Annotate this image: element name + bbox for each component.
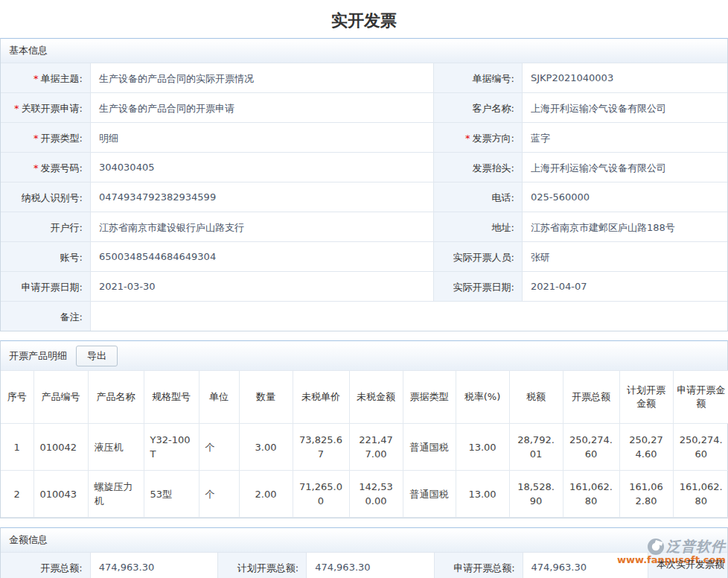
column-header: 开票总额: [563, 371, 619, 424]
field-value: 304030405: [90, 153, 433, 182]
field-label: 本次实开发票额: [648, 553, 727, 578]
column-header: 计划开票金额: [619, 371, 673, 424]
column-header: 规格型号: [144, 371, 199, 424]
table-header-row: 序号产品编号产品名称规格型号单位数量未税单价未税金额票据类型税率(%)税额开票总…: [1, 371, 728, 424]
field-value: 上海开利运输冷气设备有限公司: [522, 93, 727, 122]
field-value: [90, 302, 727, 331]
field-label: *单据主题:: [1, 63, 90, 92]
table-cell: 普通国税: [403, 424, 456, 471]
field-label-text: 开票类型:: [41, 133, 83, 144]
table-cell: 010042: [33, 424, 88, 471]
field-label: *发票号码:: [1, 153, 90, 182]
section-title: 开票产品明细: [9, 349, 67, 363]
basic-info-section-header: 基本信息: [1, 39, 727, 63]
field-label-text: 单据编号:: [473, 73, 514, 84]
field-value: 明细: [90, 123, 433, 152]
table-cell: 螺旋压力机: [88, 471, 144, 518]
field-value: 生产设备的产品合同的实际开票情况: [90, 63, 433, 92]
field-value: 025-560000: [522, 182, 727, 212]
table-cell: 73,825.67: [293, 424, 349, 471]
amount-info-section-header: 金额信息: [1, 528, 727, 552]
field-label: *关联开票申请:: [1, 93, 90, 122]
export-button[interactable]: 导出: [76, 346, 118, 366]
table-cell: 液压机: [88, 424, 144, 471]
field-label: 单据编号:: [433, 63, 522, 92]
form-row: 申请开票日期: 2021-03-30 实际开票日期: 2021-04-07: [1, 271, 727, 301]
table-cell: 250,274.60: [619, 424, 673, 471]
table-cell: 13.00: [456, 424, 509, 471]
field-value: 474,963.30: [306, 553, 434, 578]
field-label: 地址:: [433, 212, 522, 241]
form-row: 纳税人识别号: 0474934792382934599 电话: 025-5600…: [1, 182, 727, 212]
field-value: 2021-03-30: [90, 272, 433, 301]
field-value: 张研: [522, 242, 727, 271]
column-header: 申请开票金额: [673, 371, 728, 424]
form-row: 账号: 6500348544684649304 实际开票人员: 张研: [1, 241, 727, 271]
form-row: *关联开票申请: 生产设备的产品合同的开票申请 客户名称: 上海开利运输冷气设备…: [1, 92, 727, 122]
field-value: SJKP2021040003: [522, 63, 727, 92]
form-row: *开票类型: 明细 *发票方向: 蓝字: [1, 122, 727, 152]
column-header: 数量: [239, 371, 293, 424]
field-value: 上海开利运输冷气设备有限公司: [522, 153, 727, 182]
field-label: 电话:: [433, 182, 522, 212]
field-label: 客户名称:: [433, 93, 522, 122]
column-header: 税额: [509, 371, 563, 424]
section-title: 基本信息: [9, 44, 48, 57]
field-value: 江苏省南京市建设银行庐山路支行: [90, 212, 433, 241]
table-cell: 普通国税: [403, 471, 456, 518]
form-row-remark: 备注:: [1, 301, 727, 331]
required-mark: *: [33, 162, 39, 174]
field-label: 实际开票人员:: [433, 242, 522, 271]
field-label: 实际开票日期:: [433, 272, 522, 301]
table-cell: 53型: [144, 471, 199, 518]
field-label-text: 申请开票日期:: [22, 282, 83, 293]
field-label: 申请开票总额:: [434, 553, 523, 578]
product-table: 序号产品编号产品名称规格型号单位数量未税单价未税金额票据类型税率(%)税额开票总…: [1, 370, 728, 518]
field-value: 江苏省南京市建邺区庐山路188号: [522, 212, 727, 241]
field-label: *开票类型:: [1, 123, 90, 152]
column-header: 产品编号: [33, 371, 88, 424]
table-cell: 250,274.60: [563, 424, 619, 471]
table-cell: 161,062.80: [619, 471, 673, 518]
table-cell: 161,062.80: [563, 471, 619, 518]
field-label-text: 实际开票日期:: [453, 282, 514, 293]
column-header: 序号: [1, 371, 33, 424]
field-label-text: 地址:: [492, 222, 514, 233]
product-detail-section: 开票产品明细 导出 序号产品编号产品名称规格型号单位数量未税单价未税金额票据类型…: [0, 340, 728, 518]
field-label-text: 发票号码:: [41, 162, 83, 174]
field-label-text: 电话:: [492, 192, 514, 203]
column-header: 税率(%): [456, 371, 509, 424]
amount-row: 开票总额: 474,963.30 计划开票总额: 474,963.30 申请开票…: [1, 552, 727, 578]
field-value: 0474934792382934599: [90, 182, 433, 212]
table-cell: 2: [1, 471, 33, 518]
table-cell: 13.00: [456, 471, 509, 518]
table-cell: 个: [199, 424, 239, 471]
field-label: 账号:: [1, 242, 90, 271]
field-label-text: 计划开票总额:: [237, 562, 298, 574]
table-cell: Y32-100T: [144, 424, 199, 471]
field-label: 纳税人识别号:: [1, 182, 90, 212]
field-label-text: 申请开票总额:: [453, 562, 514, 574]
form-row: 开户行: 江苏省南京市建设银行庐山路支行 地址: 江苏省南京市建邺区庐山路188…: [1, 212, 727, 241]
basic-info-section: 基本信息 *单据主题: 生产设备的产品合同的实际开票情况 单据编号: SJKP2…: [0, 38, 728, 331]
field-label-text: 备注:: [60, 311, 83, 323]
required-mark: *: [33, 73, 39, 84]
field-value: 蓝字: [522, 123, 727, 152]
field-label-text: 单据主题:: [41, 73, 83, 84]
table-cell: 010043: [33, 471, 88, 518]
field-value: 474,963.30: [523, 553, 648, 578]
table-cell: 1: [1, 424, 33, 471]
form-row: *发票号码: 304030405 发票抬头: 上海开利运输冷气设备有限公司: [1, 152, 727, 182]
field-label: 申请开票日期:: [1, 272, 90, 301]
column-header: 单位: [199, 371, 239, 424]
field-label-text: 关联开票申请:: [22, 103, 83, 114]
field-value: 生产设备的产品合同的开票申请: [90, 93, 433, 122]
table-cell: 28,792.01: [509, 424, 563, 471]
field-label-text: 开户行:: [51, 222, 83, 233]
column-header: 未税金额: [349, 371, 403, 424]
required-mark: *: [465, 133, 470, 144]
table-cell: 161,062.80: [673, 471, 728, 518]
field-value: 6500348544684649304: [90, 242, 433, 271]
required-mark: *: [33, 133, 39, 144]
field-label: 开票总额:: [1, 553, 90, 578]
